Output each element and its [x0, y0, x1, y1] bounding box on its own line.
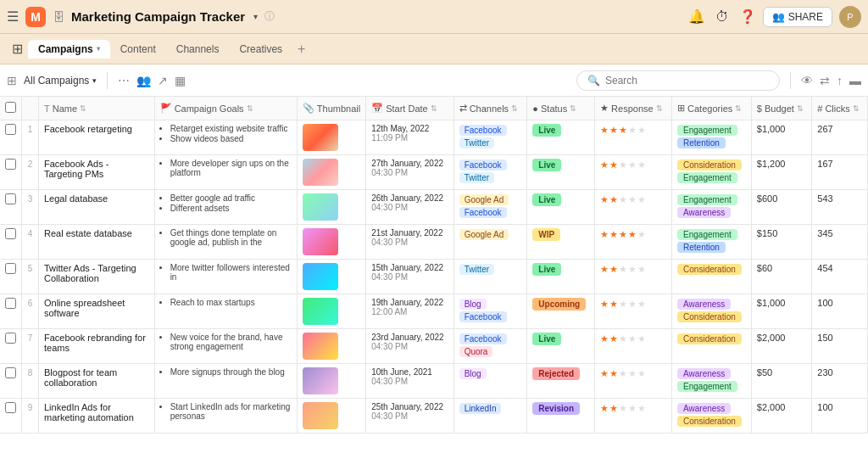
- budget-sort-icon[interactable]: ⇅: [797, 104, 804, 113]
- col-name[interactable]: T Name ⇅: [39, 97, 155, 120]
- empty-star-icon[interactable]: ★: [628, 125, 637, 135]
- tab-channels[interactable]: Channels: [166, 40, 230, 59]
- tab-content[interactable]: Content: [110, 40, 166, 59]
- empty-star-icon[interactable]: ★: [619, 368, 628, 378]
- search-box[interactable]: 🔍: [576, 70, 780, 91]
- campaign-name-cell[interactable]: Legal database: [39, 190, 155, 225]
- filled-star-icon[interactable]: ★: [619, 125, 628, 135]
- sort-icon[interactable]: ↑: [837, 74, 843, 87]
- empty-star-icon[interactable]: ★: [637, 299, 647, 309]
- row-checkbox[interactable]: [5, 228, 16, 239]
- filled-star-icon[interactable]: ★: [609, 194, 619, 204]
- share-button[interactable]: 👥 SHARE: [763, 7, 832, 27]
- filled-star-icon[interactable]: ★: [609, 229, 619, 239]
- clicks-sort-icon[interactable]: ⇅: [853, 104, 860, 113]
- goals-sort-icon[interactable]: ⇅: [247, 104, 253, 113]
- empty-star-icon[interactable]: ★: [619, 299, 628, 309]
- response-sort-icon[interactable]: ⇅: [656, 104, 663, 113]
- filter-icon[interactable]: 👁: [801, 74, 813, 87]
- row-checkbox[interactable]: [5, 124, 16, 135]
- filled-star-icon[interactable]: ★: [600, 125, 609, 135]
- col-categories[interactable]: ⊞ Categories ⇅: [672, 97, 752, 120]
- empty-star-icon[interactable]: ★: [628, 403, 637, 413]
- help-icon[interactable]: ❓: [739, 8, 756, 25]
- empty-star-icon[interactable]: ★: [637, 264, 647, 274]
- campaign-name-cell[interactable]: Facebook retargeting: [39, 120, 155, 155]
- col-goals[interactable]: 🚩 Campaign Goals ⇅: [154, 97, 297, 120]
- empty-star-icon[interactable]: ★: [637, 333, 647, 344]
- row-checkbox-cell[interactable]: [0, 190, 22, 225]
- tab-creatives[interactable]: Creatives: [229, 40, 292, 59]
- empty-star-icon[interactable]: ★: [637, 194, 647, 204]
- title-chevron-icon[interactable]: ▾: [253, 12, 258, 21]
- group-icon[interactable]: ⇄: [820, 74, 830, 87]
- empty-star-icon[interactable]: ★: [619, 159, 628, 170]
- campaign-name-cell[interactable]: Twitter Ads - Targeting Collaboration: [39, 260, 155, 294]
- row-checkbox[interactable]: [5, 193, 16, 204]
- campaign-name-cell[interactable]: Facebook Ads - Targeting PMs: [39, 155, 155, 190]
- filled-star-icon[interactable]: ★: [600, 403, 609, 413]
- empty-star-icon[interactable]: ★: [637, 229, 647, 239]
- categories-sort-icon[interactable]: ⇅: [735, 104, 742, 113]
- filled-star-icon[interactable]: ★: [600, 264, 609, 274]
- layout-icon[interactable]: ▦: [175, 74, 186, 87]
- campaign-name-cell[interactable]: Online spreadsheet software: [39, 294, 155, 329]
- add-tab-icon[interactable]: +: [292, 42, 310, 57]
- empty-star-icon[interactable]: ★: [637, 368, 647, 378]
- row-checkbox[interactable]: [5, 402, 16, 413]
- grid-view-icon[interactable]: ⊞: [7, 74, 17, 87]
- filled-star-icon[interactable]: ★: [600, 194, 609, 204]
- filled-star-icon[interactable]: ★: [600, 229, 609, 239]
- empty-star-icon[interactable]: ★: [628, 333, 637, 344]
- channels-sort-icon[interactable]: ⇅: [511, 104, 518, 113]
- options-icon[interactable]: ⋯: [118, 74, 130, 87]
- filled-star-icon[interactable]: ★: [600, 333, 609, 344]
- filled-star-icon[interactable]: ★: [609, 125, 619, 135]
- filled-star-icon[interactable]: ★: [600, 159, 609, 170]
- empty-star-icon[interactable]: ★: [637, 159, 647, 170]
- filled-star-icon[interactable]: ★: [609, 403, 619, 413]
- empty-star-icon[interactable]: ★: [628, 368, 637, 378]
- empty-star-icon[interactable]: ★: [628, 159, 637, 170]
- row-checkbox[interactable]: [5, 367, 16, 378]
- empty-star-icon[interactable]: ★: [637, 125, 647, 135]
- info-icon[interactable]: ⓘ: [264, 9, 275, 24]
- view-selector[interactable]: All Campaigns ▾: [24, 75, 97, 87]
- empty-star-icon[interactable]: ★: [619, 403, 628, 413]
- row-checkbox[interactable]: [5, 159, 16, 170]
- col-channels[interactable]: ⇄ Channels ⇅: [453, 97, 527, 120]
- empty-star-icon[interactable]: ★: [619, 194, 628, 204]
- avatar[interactable]: P: [839, 6, 861, 28]
- share2-icon[interactable]: ↗: [158, 74, 168, 87]
- empty-star-icon[interactable]: ★: [619, 333, 628, 344]
- name-sort-icon[interactable]: ⇅: [80, 104, 86, 113]
- row-checkbox[interactable]: [5, 333, 16, 344]
- row-checkbox-cell[interactable]: [0, 260, 22, 294]
- status-sort-icon[interactable]: ⇅: [570, 104, 576, 113]
- tab-campaigns[interactable]: Campaigns ▾: [28, 40, 110, 59]
- empty-star-icon[interactable]: ★: [619, 264, 628, 274]
- history-icon[interactable]: ⏱: [715, 9, 729, 25]
- col-check[interactable]: [0, 97, 22, 120]
- campaign-name-cell[interactable]: Real estate database: [39, 225, 155, 260]
- empty-star-icon[interactable]: ★: [628, 299, 637, 309]
- col-response[interactable]: ★ Response ⇅: [595, 97, 672, 120]
- row-checkbox-cell[interactable]: [0, 294, 22, 329]
- filled-star-icon[interactable]: ★: [600, 299, 609, 309]
- col-status[interactable]: ● Status ⇅: [527, 97, 595, 120]
- filled-star-icon[interactable]: ★: [609, 333, 619, 344]
- filled-star-icon[interactable]: ★: [609, 368, 619, 378]
- hamburger-icon[interactable]: ☰: [7, 8, 19, 25]
- row-checkbox-cell[interactable]: [0, 399, 22, 434]
- empty-star-icon[interactable]: ★: [628, 264, 637, 274]
- people-icon[interactable]: 👥: [136, 74, 151, 87]
- search-input[interactable]: [605, 75, 769, 87]
- col-budget[interactable]: $ Budget ⇅: [751, 97, 811, 120]
- layout2-icon[interactable]: ▬: [849, 74, 861, 87]
- row-checkbox-cell[interactable]: [0, 364, 22, 399]
- empty-star-icon[interactable]: ★: [628, 194, 637, 204]
- filled-star-icon[interactable]: ★: [619, 229, 628, 239]
- filled-star-icon[interactable]: ★: [609, 299, 619, 309]
- campaign-name-cell[interactable]: Facebook rebranding for teams: [39, 329, 155, 364]
- date-sort-icon[interactable]: ⇅: [431, 104, 437, 113]
